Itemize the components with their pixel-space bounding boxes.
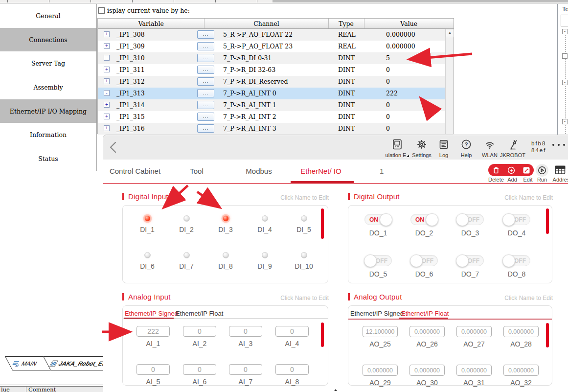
editor-tab-label[interactable]: MAIN [20,360,38,367]
di-channel-label[interactable]: DI_3 [218,226,233,233]
expand-plus-icon[interactable]: + [104,78,110,84]
toggle-knob[interactable] [502,254,515,267]
ai-value-box[interactable]: 0 [229,326,262,337]
sidebar-item-ethernet-ip-i-o-mapping[interactable]: Ethernet/IP I/O Mapping [0,99,96,123]
row-options-button[interactable]: ... [197,124,214,133]
ao-value-box[interactable]: 0.000000 [363,365,398,376]
row-options-button[interactable]: ... [197,89,214,97]
ai-value-box[interactable]: 0 [275,326,309,337]
do-channel-label[interactable]: DO_1 [369,229,387,237]
do-toggle[interactable]: OFF [410,255,438,266]
digital-output-scrollbar[interactable] [546,208,549,234]
ai-channel-label[interactable]: AI_7 [239,378,253,386]
ai-value-box[interactable]: 0 [275,364,309,375]
di-channel-label[interactable]: DI_9 [257,262,272,270]
analog-input-tab-float[interactable]: Ethernet/IP Float [176,310,223,317]
toggle-knob[interactable] [456,213,469,226]
do-toggle[interactable]: ON [364,214,392,225]
back-button[interactable] [108,140,119,154]
run-button[interactable] [536,164,548,177]
tab-tool[interactable]: Tool [190,167,204,175]
di-channel-label[interactable]: DI_10 [295,262,313,270]
analog-output-tab-float[interactable]: Ethernet/IP Float [401,310,449,317]
sidebar-item-assembly[interactable]: Assembly [0,75,96,99]
do-channel-label[interactable]: DO_6 [415,270,433,278]
analog-input-tab-signed[interactable]: Ethernet/IP Signed [125,310,178,317]
ao-value-box[interactable]: 0.000000 [409,365,445,376]
add-button[interactable] [506,165,516,175]
edit-button[interactable] [522,165,531,175]
tree-collapse-node[interactable]: - [562,29,568,34]
do-toggle[interactable]: OFF [364,255,392,266]
table-row[interactable]: +_IP1_312...7_P->R_DI_ReservedDINT0 [98,76,454,88]
simulation-button[interactable]: ulation E [385,138,410,159]
expand-plus-icon[interactable]: + [104,31,110,37]
table-row[interactable]: +_IP1_316...7_P->R_AI_INT 3DINT0 [98,123,454,135]
do-toggle[interactable]: OFF [503,255,530,266]
expand-plus-icon[interactable]: + [104,125,110,131]
do-toggle[interactable]: OFF [456,214,484,225]
editor-tab-label[interactable]: JAKA_Robot_Eth [57,360,109,367]
table-row[interactable]: +_IP1_308...5_R->P_AO_FLOAT 22REAL0.0000… [98,29,454,41]
tab-control-cabinet[interactable]: Control Cabinet [110,167,160,175]
di-channel-label[interactable]: DI_1 [140,226,155,233]
toggle-knob[interactable] [426,213,438,226]
table-row[interactable]: +_IP1_309...5_R->P_AO_FLOAT 23REAL0.0000… [98,41,454,52]
ai-channel-label[interactable]: AI_5 [146,378,160,386]
table-row[interactable]: -_IP1_310...7_P->R_DI 0-31DINT5 [98,52,454,64]
table-row[interactable]: +_IP1_311...7_P->R_DI 32-63DINT0 [98,64,454,76]
di-channel-label[interactable]: DI_8 [218,262,233,270]
tab-ethernet-io[interactable]: EtherNet/ IO [300,167,341,175]
more-options-button[interactable] [552,144,565,146]
ai-channel-label[interactable]: AI_1 [146,340,160,347]
ao-channel-label[interactable]: AO_30 [416,379,438,387]
ao-channel-label[interactable]: AO_27 [463,340,485,348]
ai-channel-label[interactable]: AI_3 [239,340,253,347]
di-channel-label[interactable]: DI_6 [140,262,155,270]
ao-channel-label[interactable]: AO_32 [510,379,532,387]
wlan-button[interactable]: WLAN [477,138,502,159]
ao-channel-label[interactable]: AO_26 [416,340,438,348]
scroll-up-button[interactable]: ▲ [446,29,454,37]
do-channel-label[interactable]: DO_5 [369,270,387,278]
ai-value-box[interactable]: 0 [183,364,216,375]
ao-value-box[interactable]: 0.000000 [456,365,492,376]
row-options-button[interactable]: ... [197,42,214,50]
sidebar-item-information[interactable]: Information [0,123,96,147]
row-options-button[interactable]: ... [197,66,214,74]
do-channel-label[interactable]: DO_3 [461,229,479,237]
ai-value-box[interactable]: 222 [136,326,170,337]
ao-value-box[interactable]: 0.000000 [503,326,539,337]
ai-channel-label[interactable]: AI_8 [285,378,299,386]
sidebar-item-status[interactable]: Status [0,147,96,171]
ai-value-box[interactable]: 0 [136,364,170,375]
tree-collapse-node[interactable]: - [562,53,568,59]
ai-channel-label[interactable]: AI_2 [193,340,207,347]
log-button[interactable]: Log [431,138,456,159]
tree-collapse-node[interactable]: - [562,80,568,85]
row-options-button[interactable]: ... [197,54,214,62]
ao-channel-label[interactable]: AO_25 [369,340,391,348]
ao-value-box[interactable]: 0.000000 [503,365,539,376]
do-channel-label[interactable]: DO_4 [508,229,526,237]
analog-output-scrollbar[interactable] [546,323,549,347]
do-channel-label[interactable]: DO_2 [415,229,433,237]
table-row[interactable]: +_IP1_315...7_P->R_AI_INT 2DINT0 [98,111,454,123]
row-options-button[interactable]: ... [197,30,214,39]
toggle-knob[interactable] [410,254,423,267]
di-channel-label[interactable]: DI_4 [257,226,272,233]
ao-value-box[interactable]: 12.100000 [363,326,398,337]
do-toggle[interactable]: OFF [503,214,530,225]
tree-collapse-node[interactable]: - [562,119,568,124]
di-channel-label[interactable]: DI_7 [179,262,194,270]
analog-output-tab-signed[interactable]: Ethernet/IP Signed [350,310,404,317]
table-scrollbar[interactable]: ▲ [445,29,454,134]
ai-channel-label[interactable]: AI_4 [285,340,299,347]
toggle-knob[interactable] [456,254,469,267]
hex-display-checkbox[interactable] [98,7,105,14]
collapse-minus-icon[interactable]: - [104,90,110,96]
do-channel-label[interactable]: DO_8 [508,270,526,278]
do-channel-label[interactable]: DO_7 [461,270,479,278]
ao-value-box[interactable]: 0.000000 [456,326,492,337]
collapse-minus-icon[interactable]: - [104,55,110,61]
